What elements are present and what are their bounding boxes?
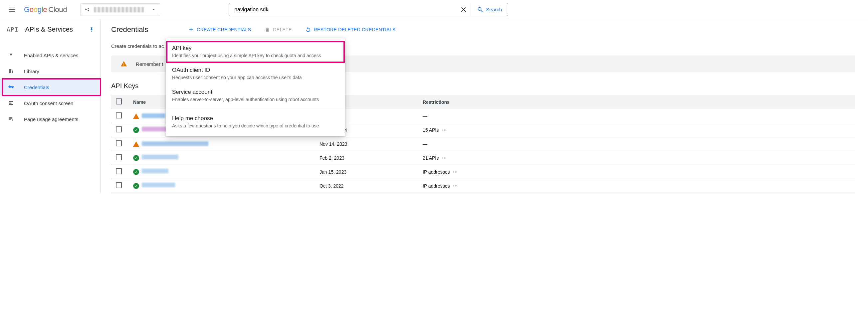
api-key-name-redacted xyxy=(142,155,178,159)
sidebar-header: API APIs & Services xyxy=(0,19,100,40)
menu-item-subtitle: Asks a few questions to help you decide … xyxy=(172,123,339,128)
api-key-name-redacted xyxy=(142,183,175,187)
menu-item-oauth-client-id[interactable]: OAuth client IDRequests user consent so … xyxy=(166,63,345,85)
menu-item-title: Help me choose xyxy=(172,115,339,122)
nav-library[interactable]: Library xyxy=(0,63,100,79)
alert-text: Remember t xyxy=(136,61,163,67)
restore-label: RESTORE DELETED CREDENTIALS xyxy=(314,27,396,32)
top-header: Google Cloud Search xyxy=(0,0,868,19)
menu-icon[interactable] xyxy=(5,3,19,16)
warning-icon xyxy=(121,61,127,67)
menu-item-service-account[interactable]: Service accountEnables server-to-server,… xyxy=(166,85,345,107)
nav-label: Library xyxy=(24,68,39,74)
creation-date: Jan 15, 2023 xyxy=(315,165,418,179)
menu-item-api-key[interactable]: API keyIdentifies your project using a s… xyxy=(166,41,345,63)
nav-page-usage[interactable]: Page usage agreements xyxy=(0,111,100,127)
pin-icon[interactable] xyxy=(89,27,94,32)
api-key-name-redacted xyxy=(142,169,168,173)
chevron-down-icon xyxy=(152,8,156,12)
trash-icon xyxy=(264,27,270,33)
nav-list: Enabled APIs & services Library Credenti… xyxy=(0,40,100,127)
menu-item-title: Service account xyxy=(172,89,339,95)
table-row[interactable]: ✓Oct 3, 2022IP addresses⋯ xyxy=(111,179,855,193)
search-icon xyxy=(477,6,484,13)
col-restrictions-header[interactable]: Restrictions xyxy=(418,95,855,109)
svg-point-0 xyxy=(85,9,87,10)
row-actions-icon[interactable]: ⋯ xyxy=(442,155,447,161)
create-credentials-menu: API keyIdentifies your project using a s… xyxy=(166,38,345,136)
menu-item-help-me-choose[interactable]: Help me chooseAsks a few questions to he… xyxy=(166,111,345,133)
restrictions-cell: IP addresses⋯ xyxy=(418,165,855,179)
row-checkbox[interactable] xyxy=(116,182,122,188)
library-icon xyxy=(7,68,14,74)
project-picker[interactable] xyxy=(80,3,160,16)
nav-label: OAuth consent screen xyxy=(24,100,73,106)
row-actions-icon[interactable]: ⋯ xyxy=(442,127,447,133)
delete-button[interactable]: DELETE xyxy=(264,27,291,33)
enabled-apis-icon xyxy=(7,52,14,58)
row-checkbox[interactable] xyxy=(116,154,122,160)
svg-point-2 xyxy=(88,10,89,11)
nav-label: Page usage agreements xyxy=(24,117,78,122)
restrictions-cell: IP addresses⋯ xyxy=(418,179,855,193)
creation-date: Nov 14, 2023 xyxy=(315,137,418,151)
search-button[interactable]: Search xyxy=(471,3,508,16)
restrictions-cell: 21 APIs⋯ xyxy=(418,151,855,165)
restrictions-cell: — xyxy=(418,109,855,123)
menu-item-title: API key xyxy=(172,45,339,52)
status-warning-icon xyxy=(133,141,139,147)
nav-label: Enabled APIs & services xyxy=(24,53,78,58)
nav-enabled-apis[interactable]: Enabled APIs & services xyxy=(0,47,100,63)
row-actions-icon[interactable]: ⋯ xyxy=(453,169,458,174)
create-label: CREATE CREDENTIALS xyxy=(197,27,251,32)
row-actions-icon[interactable]: ⋯ xyxy=(453,183,458,189)
menu-item-title: OAuth client ID xyxy=(172,67,339,73)
svg-point-1 xyxy=(88,8,89,9)
delete-label: DELETE xyxy=(273,27,291,32)
status-warning-icon xyxy=(133,114,139,119)
menu-item-subtitle: Requests user consent so your app can ac… xyxy=(172,75,339,80)
logo-cloud-text: Cloud xyxy=(48,5,67,14)
nav-oauth-consent[interactable]: OAuth consent screen xyxy=(0,95,100,111)
search-button-label: Search xyxy=(486,7,502,12)
plus-icon xyxy=(188,27,194,33)
usage-icon xyxy=(7,116,14,122)
row-checkbox[interactable] xyxy=(116,168,122,174)
key-icon xyxy=(7,84,14,91)
menu-divider xyxy=(166,109,345,109)
api-key-name-redacted xyxy=(142,114,165,118)
sidebar-title: APIs & Services xyxy=(25,26,82,33)
table-row[interactable]: ✓Feb 2, 202321 APIs⋯ xyxy=(111,151,855,165)
row-checkbox[interactable] xyxy=(116,126,122,132)
nav-label: Credentials xyxy=(24,85,49,90)
project-name-redacted xyxy=(94,7,144,12)
status-ok-icon: ✓ xyxy=(133,127,139,133)
restore-button[interactable]: RESTORE DELETED CREDENTIALS xyxy=(305,27,396,33)
status-ok-icon: ✓ xyxy=(133,183,139,189)
restrictions-cell: 15 APIs⋯ xyxy=(418,123,855,137)
page-title: Credentials xyxy=(111,25,148,34)
select-all-checkbox[interactable] xyxy=(116,98,122,104)
search-input[interactable] xyxy=(229,7,457,13)
nav-credentials[interactable]: Credentials xyxy=(0,79,100,95)
table-row[interactable]: Nov 14, 2023— xyxy=(111,137,855,151)
status-ok-icon: ✓ xyxy=(133,155,139,161)
project-icon xyxy=(85,7,91,13)
row-checkbox[interactable] xyxy=(116,140,122,147)
menu-item-subtitle: Identifies your project using a simple A… xyxy=(172,53,339,58)
undo-icon xyxy=(305,27,311,33)
restrictions-cell: — xyxy=(418,137,855,151)
gcp-logo[interactable]: Google Cloud xyxy=(24,5,67,14)
consent-icon xyxy=(7,100,14,106)
row-checkbox[interactable] xyxy=(116,113,122,119)
clear-search-icon[interactable] xyxy=(457,6,471,13)
main-toolbar: Credentials CREATE CREDENTIALS DELETE RE… xyxy=(111,19,868,40)
menu-item-subtitle: Enables server-to-server, app-level auth… xyxy=(172,97,339,102)
table-row[interactable]: ✓Jan 15, 2023IP addresses⋯ xyxy=(111,165,855,179)
search-box: Search xyxy=(229,3,508,16)
api-logo: API xyxy=(7,26,19,33)
creation-date: Feb 2, 2023 xyxy=(315,151,418,165)
create-credentials-button[interactable]: CREATE CREDENTIALS xyxy=(188,27,251,33)
status-ok-icon: ✓ xyxy=(133,169,139,175)
creation-date: Oct 3, 2022 xyxy=(315,179,418,193)
